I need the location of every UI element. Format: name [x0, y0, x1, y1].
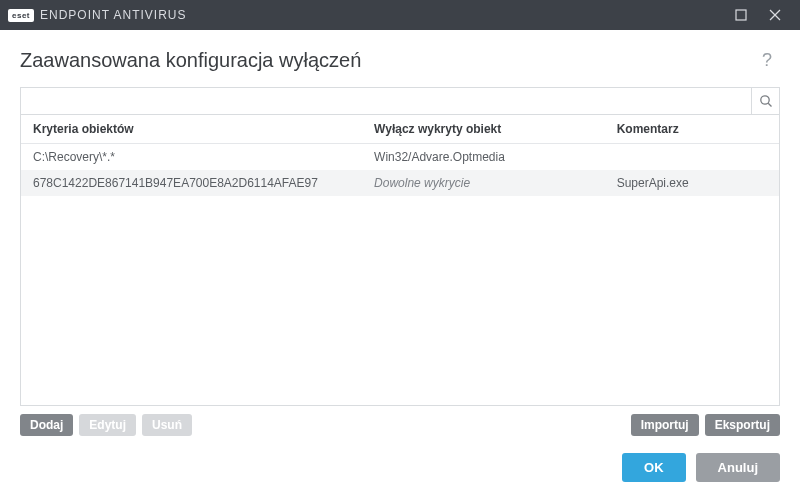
cell-criteria: 678C1422DE867141B947EA700E8A2D6114AFAE97 [21, 170, 362, 196]
header: Zaawansowana konfiguracja wyłączeń ? [0, 30, 800, 87]
exclusions-table-wrap: Kryteria obiektów Wyłącz wykryty obiekt … [20, 115, 780, 406]
search-row [20, 87, 780, 115]
col-exclude[interactable]: Wyłącz wykryty obiekt [362, 115, 605, 144]
cell-exclude: Win32/Advare.Optmedia [362, 144, 605, 171]
minimize-icon [735, 9, 747, 21]
close-button[interactable] [758, 0, 792, 30]
search-button[interactable] [751, 88, 779, 114]
svg-line-4 [768, 103, 771, 106]
toolbar: Dodaj Edytuj Usuń Importuj Eksportuj [0, 406, 800, 436]
help-icon[interactable]: ? [754, 46, 780, 75]
close-icon [769, 9, 781, 21]
ok-button[interactable]: OK [622, 453, 686, 482]
cell-comment: SuperApi.exe [605, 170, 779, 196]
col-comment[interactable]: Komentarz [605, 115, 779, 144]
cell-criteria: C:\Recovery\*.* [21, 144, 362, 171]
footer: OK Anuluj [0, 439, 800, 500]
cancel-button[interactable]: Anuluj [696, 453, 780, 482]
col-criteria[interactable]: Kryteria obiektów [21, 115, 362, 144]
brand-text: ENDPOINT ANTIVIRUS [40, 8, 186, 22]
delete-button: Usuń [142, 414, 192, 436]
export-button[interactable]: Eksportuj [705, 414, 780, 436]
page-title: Zaawansowana konfiguracja wyłączeń [20, 49, 754, 72]
brand-badge: eset [8, 9, 34, 22]
search-icon [759, 94, 773, 108]
cell-exclude: Dowolne wykrycie [362, 170, 605, 196]
import-button[interactable]: Importuj [631, 414, 699, 436]
exclusions-table: Kryteria obiektów Wyłącz wykryty obiekt … [21, 115, 779, 196]
search-input[interactable] [21, 88, 751, 114]
titlebar: eset ENDPOINT ANTIVIRUS [0, 0, 800, 30]
edit-button: Edytuj [79, 414, 136, 436]
svg-rect-0 [736, 10, 746, 20]
table-row[interactable]: 678C1422DE867141B947EA700E8A2D6114AFAE97… [21, 170, 779, 196]
table-row[interactable]: C:\Recovery\*.*Win32/Advare.Optmedia [21, 144, 779, 171]
minimize-button[interactable] [724, 0, 758, 30]
svg-point-3 [760, 96, 768, 104]
cell-comment [605, 144, 779, 171]
add-button[interactable]: Dodaj [20, 414, 73, 436]
